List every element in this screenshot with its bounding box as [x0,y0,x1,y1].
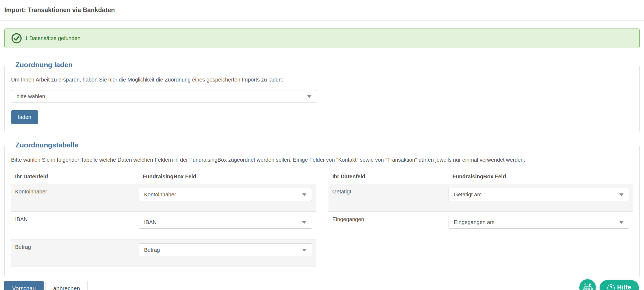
mapping-table-left: Ihr Datenfeld FundraisingBox Feld Kontoi… [11,174,316,267]
field-select-value: IBAN [144,219,157,225]
table-row: IBAN IBAN [11,211,316,239]
saved-import-select-value: bitte wählen [16,93,45,100]
source-field-label: IBAN [11,212,139,239]
load-button[interactable]: laden [11,110,38,124]
source-field-label: Eingegangen [328,212,449,239]
saved-import-select[interactable]: bitte wählen [11,90,317,102]
help-button[interactable]: ? Hilfe [600,280,639,290]
table-header-row: Ihr Datenfeld FundraisingBox Feld [11,174,316,184]
dropdown-arrow-icon [619,193,624,196]
table-row: Getätigt Getätigt am [328,184,633,211]
cancel-button[interactable]: abbrechen [46,281,88,290]
table-row: Kontoinhaber Kontoinhaber [11,184,316,211]
robot-icon [582,283,593,290]
field-select-value: Getätigt am [454,192,482,198]
mapping-section-legend: Zuordnungstabelle [14,141,81,149]
banner-message: 1 Datensätze gefunden [25,35,80,41]
field-select-value: Eingegangen am [454,219,495,225]
load-mapping-section: Zuordnung laden Um Ihnen Arbeit zu erspa… [4,61,640,132]
table-header-row: Ihr Datenfeld FundraisingBox Feld [328,174,633,184]
mapping-tables: Ihr Datenfeld FundraisingBox Feld Kontoi… [11,174,633,267]
field-select[interactable]: Eingegangen am [449,216,629,229]
footer-actions: Vorschau abbrechen [4,281,640,290]
field-select[interactable]: Getätigt am [449,188,629,201]
content-area: 1 Datensätze gefunden Zuordnung laden Um… [0,29,644,290]
page-title: Import: Transaktionen via Bankdaten [4,6,640,14]
source-field-label: Betrag [11,239,139,267]
page-header: Import: Transaktionen via Bankdaten [0,0,644,21]
column-header-target: FundraisingBox Feld [449,174,633,180]
field-select-value: Kontoinhaber [144,192,176,198]
dropdown-arrow-icon [619,221,624,224]
preview-button[interactable]: Vorschau [4,281,44,290]
field-select[interactable]: IBAN [139,216,312,229]
success-banner: 1 Datensätze gefunden [4,29,640,48]
question-circle-icon: ? [607,284,615,290]
check-circle-icon [11,33,22,44]
mapping-table-right: Ihr Datenfeld FundraisingBox Feld Getäti… [328,174,633,267]
help-button-label: Hilfe [617,284,631,290]
load-section-legend: Zuordnung laden [14,61,75,69]
dropdown-arrow-icon [302,193,306,196]
dropdown-arrow-icon [302,221,306,224]
dropdown-arrow-icon [307,95,312,98]
source-field-label: Getätigt [328,184,449,211]
column-header-source: Ihr Datenfeld [11,174,139,180]
table-row: Eingegangen Eingegangen am [328,211,633,239]
table-row: Betrag Betrag [11,239,316,267]
column-header-target: FundraisingBox Feld [139,174,316,180]
column-header-source: Ihr Datenfeld [328,174,449,180]
load-section-description: Um Ihnen Arbeit zu ersparen, haben Sie h… [11,76,633,83]
mapping-table-section: Zuordnungstabelle Bitte wählen Sie in fo… [4,141,640,277]
field-select[interactable]: Betrag [139,243,312,256]
mapping-section-description: Bitte wählen Sie in folgender Tabelle we… [11,157,633,163]
field-select[interactable]: Kontoinhaber [139,188,312,201]
source-field-label: Kontoinhaber [11,184,139,211]
dropdown-arrow-icon [302,249,306,252]
field-select-value: Betrag [144,247,160,253]
